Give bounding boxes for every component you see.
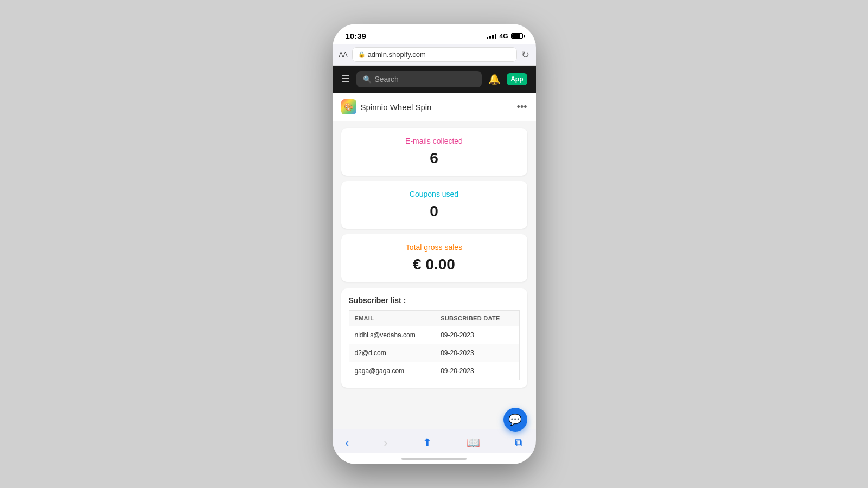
forward-button[interactable]: ›	[384, 436, 388, 449]
app-header-left: 🎨 Spinnio Wheel Spin	[341, 99, 432, 114]
email-cell: d2@d.com	[349, 344, 435, 362]
emails-value: 6	[350, 150, 519, 167]
coupons-label: Coupons used	[350, 190, 519, 198]
main-content: 🎨 Spinnio Wheel Spin ••• E-mails collect…	[333, 93, 536, 429]
app-header: 🎨 Spinnio Wheel Spin •••	[333, 93, 536, 121]
coupons-card: Coupons used 0	[341, 181, 527, 229]
subscriber-section: Subscriber list : EMAIL SUBSCRIBED DATE …	[341, 288, 527, 388]
table-row: d2@d.com09-20-2023	[349, 344, 519, 362]
lock-icon: 🔒	[358, 51, 366, 58]
tabs-button[interactable]: ⧉	[515, 436, 522, 449]
shopify-nav: ☰ 🔍 Search 🔔 App	[333, 66, 536, 93]
status-time: 10:39	[346, 31, 366, 41]
back-button[interactable]: ‹	[346, 436, 349, 449]
chat-fab-button[interactable]: 💬	[503, 408, 527, 432]
date-cell: 09-20-2023	[435, 344, 519, 362]
email-cell: nidhi.s@vedaha.com	[349, 326, 435, 344]
chat-icon: 💬	[508, 413, 522, 426]
hamburger-icon[interactable]: ☰	[341, 73, 350, 85]
more-options-button[interactable]: •••	[517, 101, 527, 113]
subscriber-table: EMAIL SUBSCRIBED DATE nidhi.s@vedaha.com…	[349, 310, 520, 380]
sales-card: Total gross sales € 0.00	[341, 234, 527, 282]
bottom-bar: ‹ › ⬆ 📖 ⧉	[333, 429, 536, 453]
phone-frame: 10:39 4G AA 🔒 admin.shopify.com ↻ ☰ 🔍 Se…	[333, 24, 536, 464]
search-icon: 🔍	[363, 75, 372, 84]
date-cell: 09-20-2023	[435, 326, 519, 344]
browser-bar: AA 🔒 admin.shopify.com ↻	[333, 44, 536, 66]
table-header-row: EMAIL SUBSCRIBED DATE	[349, 311, 519, 326]
font-size-button[interactable]: AA	[339, 51, 348, 59]
email-column-header: EMAIL	[349, 311, 435, 326]
emails-card: E-mails collected 6	[341, 128, 527, 176]
sales-value: € 0.00	[350, 256, 519, 273]
app-icon: 🎨	[341, 99, 356, 114]
home-indicator	[333, 453, 536, 464]
url-bar[interactable]: 🔒 admin.shopify.com	[352, 47, 517, 62]
table-row: gaga@gaga.com09-20-2023	[349, 362, 519, 380]
search-bar[interactable]: 🔍 Search	[356, 71, 482, 87]
status-icons: 4G	[487, 33, 522, 40]
url-text: admin.shopify.com	[368, 50, 426, 59]
app-badge: App	[507, 73, 527, 85]
signal-bars-icon	[487, 34, 496, 39]
subscriber-list-title: Subscriber list :	[349, 296, 520, 305]
app-title: Spinnio Wheel Spin	[361, 102, 432, 112]
emails-label: E-mails collected	[350, 137, 519, 145]
status-bar: 10:39 4G	[333, 24, 536, 44]
app-icon-emoji: 🎨	[344, 102, 353, 111]
table-row: nidhi.s@vedaha.com09-20-2023	[349, 326, 519, 344]
stats-section: E-mails collected 6 Coupons used 0 Total…	[333, 121, 536, 288]
home-bar	[401, 458, 467, 460]
refresh-button[interactable]: ↻	[521, 49, 529, 61]
bookmarks-button[interactable]: 📖	[467, 436, 480, 449]
lte-label: 4G	[499, 33, 508, 40]
battery-icon	[511, 33, 523, 39]
search-placeholder: Search	[375, 75, 399, 84]
email-cell: gaga@gaga.com	[349, 362, 435, 380]
bell-icon[interactable]: 🔔	[488, 73, 500, 85]
sales-label: Total gross sales	[350, 243, 519, 252]
date-column-header: SUBSCRIBED DATE	[435, 311, 519, 326]
date-cell: 09-20-2023	[435, 362, 519, 380]
coupons-value: 0	[350, 203, 519, 220]
share-button[interactable]: ⬆	[423, 436, 432, 449]
